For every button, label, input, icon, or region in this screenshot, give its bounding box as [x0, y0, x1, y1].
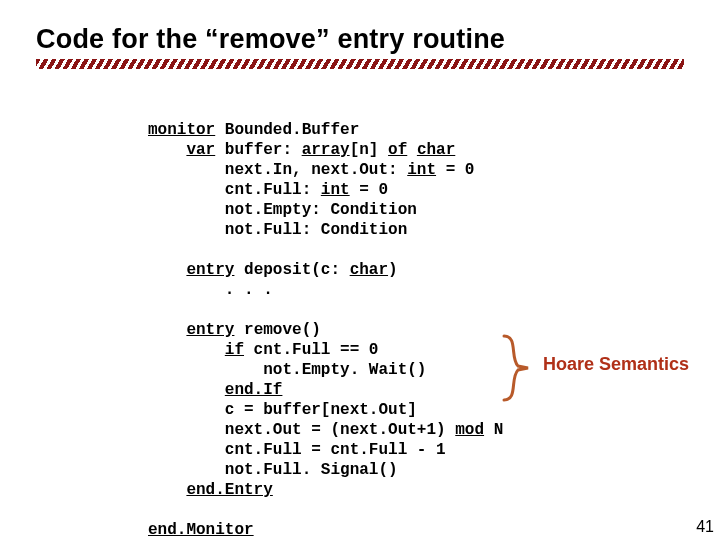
- code-indent: [148, 261, 186, 279]
- code-text: buffer:: [215, 141, 301, 159]
- code-text: not.Empty: Condition: [148, 201, 417, 219]
- code-indent: [148, 321, 186, 339]
- code-text: ): [388, 261, 398, 279]
- kw-int: int: [321, 181, 350, 199]
- code-block: monitor Bounded.Buffer var buffer: array…: [148, 120, 503, 540]
- kw-endentry: end.Entry: [186, 481, 272, 499]
- code-text: [407, 141, 417, 159]
- code-text: cnt.Full = cnt.Full - 1: [148, 441, 446, 459]
- code-text: . . .: [148, 281, 273, 299]
- code-indent: [148, 141, 186, 159]
- code-text: next.In, next.Out:: [148, 161, 407, 179]
- code-indent: [148, 341, 225, 359]
- kw-entry: entry: [186, 321, 234, 339]
- kw-int: int: [407, 161, 436, 179]
- kw-of: of: [388, 141, 407, 159]
- code-text: next.Out = (next.Out+1): [148, 421, 455, 439]
- kw-mod: mod: [455, 421, 484, 439]
- code-indent: [148, 481, 186, 499]
- kw-char: char: [417, 141, 455, 159]
- kw-if: if: [225, 341, 244, 359]
- code-text: N: [484, 421, 503, 439]
- kw-entry: entry: [186, 261, 234, 279]
- kw-endif: end.If: [225, 381, 283, 399]
- code-text: cnt.Full:: [148, 181, 321, 199]
- code-text: not.Full: Condition: [148, 221, 407, 239]
- code-text: c = buffer[next.Out]: [148, 401, 417, 419]
- code-text: = 0: [436, 161, 474, 179]
- kw-monitor: monitor: [148, 121, 215, 139]
- code-text: = 0: [350, 181, 388, 199]
- code-text: [n]: [350, 141, 388, 159]
- kw-char: char: [350, 261, 388, 279]
- code-text: cnt.Full == 0: [244, 341, 378, 359]
- code-text: Bounded.Buffer: [215, 121, 359, 139]
- code-text: remove(): [234, 321, 320, 339]
- kw-endmonitor: end.Monitor: [148, 521, 254, 539]
- code-text: deposit(c:: [234, 261, 349, 279]
- code-text: not.Empty. Wait(): [148, 361, 426, 379]
- callout-label: Hoare Semantics: [543, 354, 689, 375]
- code-indent: [148, 381, 225, 399]
- kw-array: array: [302, 141, 350, 159]
- code-text: not.Full. Signal(): [148, 461, 398, 479]
- page-number: 41: [696, 518, 714, 536]
- slide: Code for the “remove” entry routine moni…: [0, 0, 720, 540]
- brace-icon: [500, 334, 526, 402]
- title-underline: [36, 59, 684, 69]
- slide-title: Code for the “remove” entry routine: [36, 24, 684, 55]
- kw-var: var: [186, 141, 215, 159]
